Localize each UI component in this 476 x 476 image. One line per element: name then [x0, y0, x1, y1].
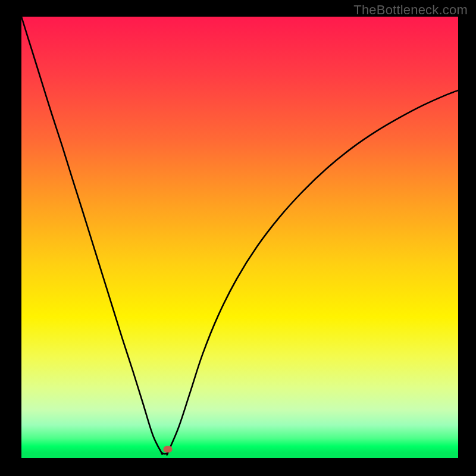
bottleneck-curve [21, 17, 458, 458]
chart-stage: TheBottleneck.com [0, 0, 476, 476]
plot-area [21, 17, 458, 458]
watermark-text: TheBottleneck.com [353, 2, 468, 18]
optimal-point-marker [163, 446, 172, 453]
